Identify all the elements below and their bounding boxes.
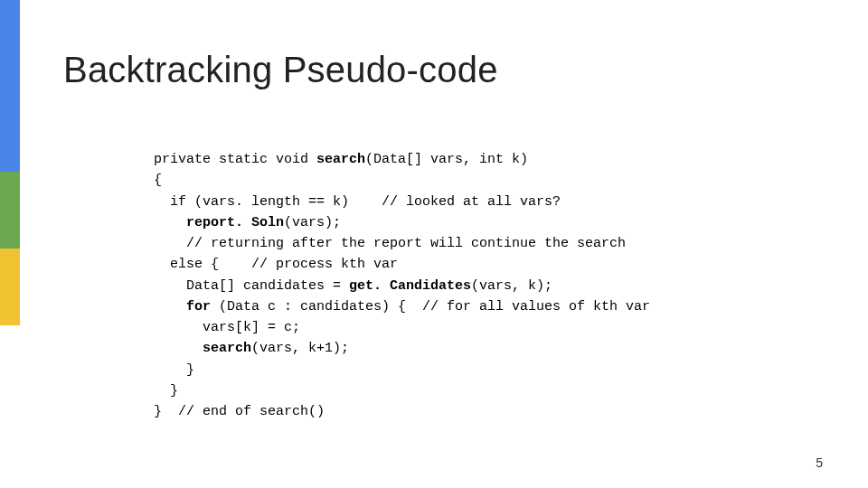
code-text	[154, 341, 203, 356]
code-text	[154, 215, 186, 230]
code-line: }	[154, 383, 178, 399]
code-text: (Data c : candidates) { // for all value…	[211, 299, 650, 314]
code-line: search(vars, k+1);	[154, 341, 349, 356]
accent-stripe-white	[0, 325, 20, 488]
code-block: private static void search(Data[] vars, …	[154, 149, 650, 422]
accent-stripe-yellow	[0, 249, 20, 325]
code-line: } // end of search()	[154, 404, 325, 419]
code-line: report. Soln(vars);	[154, 215, 341, 230]
code-text: Data[] candidates =	[154, 278, 349, 294]
slide: Backtracking Pseudo-code private static …	[0, 0, 868, 488]
code-line: }	[154, 362, 194, 378]
code-bold: for	[186, 299, 211, 314]
code-line: Data[] candidates = get. Candidates(vars…	[154, 278, 552, 294]
code-line: else { // process kth var	[154, 257, 398, 272]
code-text	[154, 299, 186, 314]
code-text: (Data[] vars, int k)	[365, 152, 528, 167]
code-line: if (vars. length == k) // looked at all …	[154, 194, 561, 210]
code-bold: search	[316, 152, 365, 167]
page-number: 5	[816, 455, 823, 470]
code-text: private static void	[154, 152, 316, 167]
accent-stripe-green	[0, 172, 20, 249]
code-line: vars[k] = c;	[154, 320, 300, 335]
code-line: for (Data c : candidates) { // for all v…	[154, 299, 650, 314]
code-bold: report. Soln	[186, 215, 284, 230]
code-line: {	[154, 173, 162, 188]
accent-stripe-blue	[0, 0, 20, 172]
slide-title: Backtracking Pseudo-code	[63, 50, 498, 90]
code-text: (vars, k);	[471, 278, 552, 294]
code-line: // returning after the report will conti…	[154, 236, 626, 251]
code-bold: get. Candidates	[349, 278, 471, 294]
code-text: (vars);	[284, 215, 341, 230]
code-text: (vars, k+1);	[251, 341, 349, 356]
code-bold: search	[203, 341, 251, 356]
code-line: private static void search(Data[] vars, …	[154, 152, 528, 167]
